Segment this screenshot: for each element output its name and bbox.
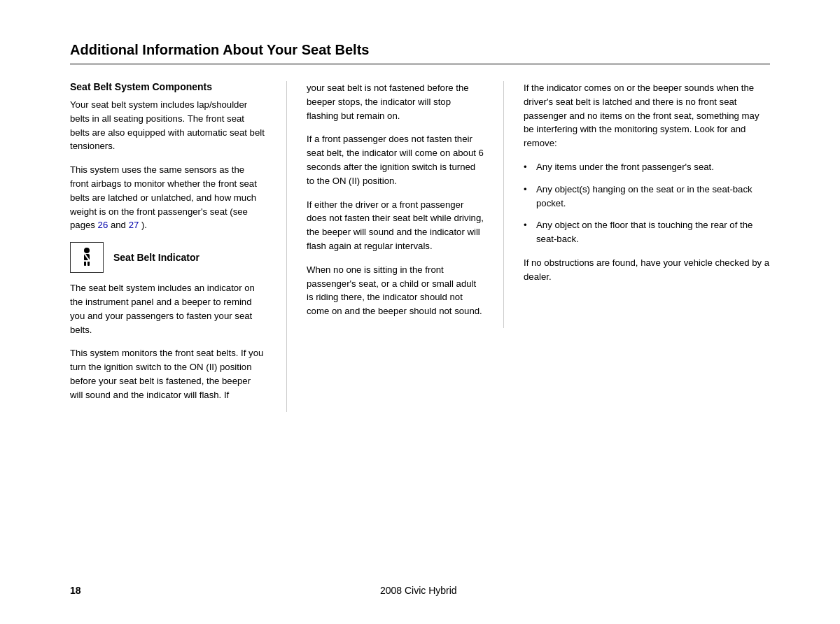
page-link-27[interactable]: 27 <box>129 220 139 230</box>
para2-end: ). <box>139 220 147 230</box>
link-between: and <box>108 220 128 230</box>
column-left: Seat Belt System Components Your seat be… <box>70 81 287 412</box>
content-area: Seat Belt System Components Your seat be… <box>70 81 770 412</box>
page-title: Additional Information About Your Seat B… <box>70 42 770 58</box>
list-item: Any object on the floor that is touching… <box>524 218 770 246</box>
indicator-para2: This system monitors the front seat belt… <box>70 346 265 402</box>
column-middle: your seat belt is not fastened before th… <box>287 81 504 328</box>
seat-belt-indicator-icon-box <box>70 242 104 273</box>
seat-belt-icon <box>75 246 99 269</box>
middle-para3: If either the driver or a front passenge… <box>307 198 484 253</box>
page-number: 18 <box>70 585 81 596</box>
components-para1: Your seat belt system includes lap/shoul… <box>70 98 265 153</box>
page-footer: 18 2008 Civic Hybrid <box>70 585 770 596</box>
right-intro: If the indicator comes on or the beeper … <box>524 81 770 150</box>
indicator-para1: The seat belt system includes an indicat… <box>70 281 265 336</box>
page-link-26[interactable]: 26 <box>98 220 108 230</box>
middle-para4: When no one is sitting in the front pass… <box>307 263 484 318</box>
page: Additional Information About Your Seat B… <box>0 0 840 624</box>
indicator-header: Seat Belt Indicator <box>70 242 265 273</box>
svg-point-0 <box>84 248 90 253</box>
bullet-list: Any items under the front passenger's se… <box>524 160 770 246</box>
column-right: If the indicator comes on or the beeper … <box>504 81 770 294</box>
components-para2: This system uses the same sensors as the… <box>70 163 265 232</box>
indicator-title: Seat Belt Indicator <box>113 252 200 263</box>
list-item: Any object(s) hanging on the seat or in … <box>524 183 770 211</box>
right-outro: If no obstructions are found, have your … <box>524 256 770 284</box>
middle-para2: If a front passenger does not fasten the… <box>307 132 484 187</box>
svg-rect-2 <box>84 261 86 266</box>
title-divider <box>70 64 770 64</box>
list-item: Any items under the front passenger's se… <box>524 160 770 174</box>
footer-title: 2008 Civic Hybrid <box>380 585 457 596</box>
middle-para1: your seat belt is not fastened before th… <box>307 81 484 122</box>
section-title-components: Seat Belt System Components <box>70 81 265 92</box>
page-header: Additional Information About Your Seat B… <box>70 42 770 64</box>
svg-rect-3 <box>88 261 90 266</box>
